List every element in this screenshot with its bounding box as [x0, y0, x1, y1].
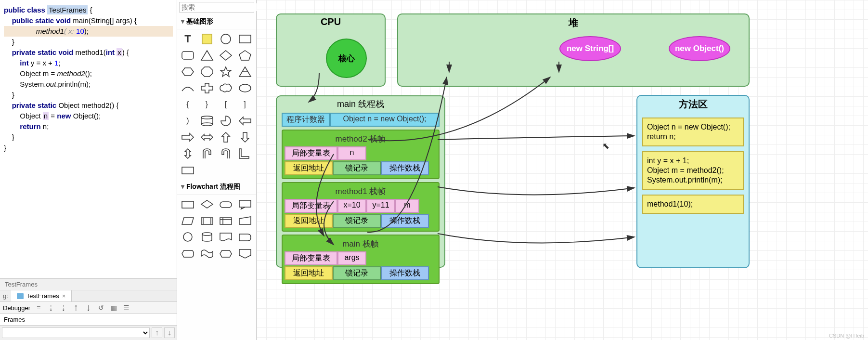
brace-r-shape[interactable]: }	[199, 98, 215, 111]
step-into-icon[interactable]: ⭭	[47, 303, 55, 312]
svg-point-13	[183, 233, 192, 241]
corner-shape[interactable]	[237, 147, 253, 160]
more-icon[interactable]: ☰	[122, 303, 130, 312]
pentagon-shape[interactable]	[237, 49, 253, 62]
cursor-icon: ⬉	[602, 141, 609, 151]
fc-manual[interactable]	[237, 214, 253, 227]
run-to-cursor-icon[interactable]: ⭣	[84, 303, 93, 312]
tab-label: TestFrames	[26, 292, 59, 300]
close-icon[interactable]: ×	[62, 292, 66, 300]
cpu-core[interactable]: 核心	[326, 39, 367, 78]
text-shape[interactable]: T	[180, 32, 195, 46]
cpu-title: CPU	[277, 14, 385, 29]
octagon-shape[interactable]	[199, 65, 215, 78]
uturn-r-shape[interactable]	[218, 147, 233, 160]
trapezoid-shape[interactable]	[237, 65, 253, 78]
method2-frame[interactable]: method2 栈帧 局部变量表 n 返回地址 锁记录 操作数栈	[282, 130, 440, 179]
arrow-r-shape[interactable]	[180, 131, 195, 144]
evaluate-icon[interactable]: ▦	[109, 303, 118, 312]
triangle-shape[interactable]	[199, 49, 215, 62]
uturn-l-shape[interactable]	[199, 147, 215, 160]
bracket-r-shape[interactable]: ]	[237, 98, 253, 111]
note-shape[interactable]	[199, 32, 215, 46]
fc-data[interactable]	[180, 214, 195, 227]
counter-code: Object n = new Object();	[330, 113, 440, 127]
step-into-force-icon[interactable]: ⭭	[59, 303, 68, 312]
frames-label: Frames	[0, 314, 177, 326]
fc-offpage[interactable]	[237, 247, 253, 260]
cloud-shape[interactable]	[218, 81, 233, 95]
fc-database[interactable]	[199, 230, 215, 244]
svg-point-6	[201, 123, 213, 126]
method1-code[interactable]: int y = x + 1; Object m = method2(); Sys…	[642, 151, 744, 190]
arrow-lr-shape[interactable]	[199, 131, 215, 144]
arrow-ud-shape[interactable]	[180, 147, 195, 160]
arc-shape[interactable]	[180, 81, 195, 95]
thread-stack-box[interactable]: main 线程栈 程序计数器 Object n = new Object(); …	[276, 95, 445, 268]
fc-terminator[interactable]	[218, 197, 233, 211]
method2-code[interactable]: Object n = new Object(); return n;	[642, 118, 744, 146]
main-frame[interactable]: main 栈帧 局部变量表 args 返回地址 锁记录 操作数栈	[282, 235, 440, 284]
cylinder-shape[interactable]	[199, 114, 215, 128]
svg-rect-12	[220, 218, 232, 224]
tab-testframes[interactable]: TestFrames ×	[11, 290, 72, 301]
diamond-shape[interactable]	[218, 49, 233, 62]
fc-intern[interactable]	[218, 214, 233, 227]
plus-shape[interactable]	[199, 81, 215, 95]
svg-rect-2	[239, 35, 251, 43]
bracket-l-shape[interactable]: [	[218, 98, 233, 111]
hexagon-shape[interactable]	[180, 65, 195, 78]
code-area[interactable]: public class TestFrames { public static …	[0, 0, 177, 278]
fc-display[interactable]	[180, 247, 195, 260]
svg-rect-0	[202, 34, 212, 44]
debugger-toolbar: Debugger ≡ ⭭ ⭭ ⭡ ⭣ ↺ ▦ ☰	[0, 302, 177, 314]
step-out-icon[interactable]: ⭡	[72, 303, 80, 312]
rect-shape[interactable]	[237, 32, 253, 46]
fc-tape[interactable]	[199, 247, 215, 260]
section-flowchart[interactable]: Flowchart 流程图	[177, 180, 256, 195]
paren-shape[interactable]: )	[180, 114, 195, 128]
ellipse-shape[interactable]	[237, 81, 253, 95]
svg-point-5	[201, 116, 213, 119]
fc-predef[interactable]	[199, 214, 215, 227]
roundrect-shape[interactable]	[180, 49, 195, 62]
method1-frame[interactable]: method1 栈帧 局部变量表 x=10 y=11 m 返回地址 锁记录 操作…	[282, 182, 440, 232]
new-string-obj[interactable]: new String[]	[559, 36, 621, 61]
card-shape[interactable]	[180, 163, 195, 177]
shapes-search[interactable]: 🔍	[179, 2, 254, 13]
class-name: TestFrames	[47, 5, 88, 14]
basic-shapes-grid: T { } [ ] )	[177, 29, 256, 180]
fc-connector[interactable]	[180, 230, 195, 244]
star-shape[interactable]	[218, 65, 233, 78]
fc-delay[interactable]	[237, 230, 253, 244]
arrow-l-shape[interactable]	[237, 114, 253, 128]
fc-loop[interactable]	[218, 247, 233, 260]
search-input[interactable]	[181, 3, 266, 11]
code-editor-panel: public class TestFrames { public static …	[0, 0, 177, 340]
method-area-box[interactable]: 方法区 Object n = new Object(); return n; i…	[636, 95, 750, 268]
fc-callout[interactable]	[237, 197, 253, 211]
tabs-bar: g: TestFrames ×	[0, 290, 177, 302]
frame-next-button[interactable]: ↓	[164, 327, 175, 338]
arrow-u-shape[interactable]	[218, 131, 233, 144]
cpu-box[interactable]: CPU 核心	[276, 13, 386, 87]
frames-select[interactable]	[2, 327, 150, 338]
heap-title: 堆	[398, 14, 749, 31]
step-over-icon[interactable]: ≡	[34, 303, 43, 312]
pie-shape[interactable]	[218, 114, 233, 128]
circle-shape[interactable]	[218, 32, 233, 46]
fc-doc[interactable]	[218, 230, 233, 244]
breadcrumb[interactable]: TestFrames	[0, 279, 177, 290]
fc-process[interactable]	[180, 197, 195, 211]
diagram-canvas[interactable]: CPU 核心 堆 new String[] new Object() main …	[257, 0, 868, 340]
main-code[interactable]: method1(10);	[642, 195, 744, 214]
fc-decision[interactable]	[199, 197, 215, 211]
new-object-obj[interactable]: new Object()	[669, 36, 730, 61]
drop-frame-icon[interactable]: ↺	[97, 303, 105, 312]
frame-prev-button[interactable]: ↑	[152, 327, 162, 338]
section-basic-shapes[interactable]: 基础图形	[177, 14, 256, 29]
heap-box[interactable]: 堆 new String[] new Object()	[397, 13, 750, 87]
brace-l-shape[interactable]: {	[180, 98, 195, 111]
kw: public class	[4, 6, 47, 14]
arrow-d-shape[interactable]	[237, 131, 253, 144]
